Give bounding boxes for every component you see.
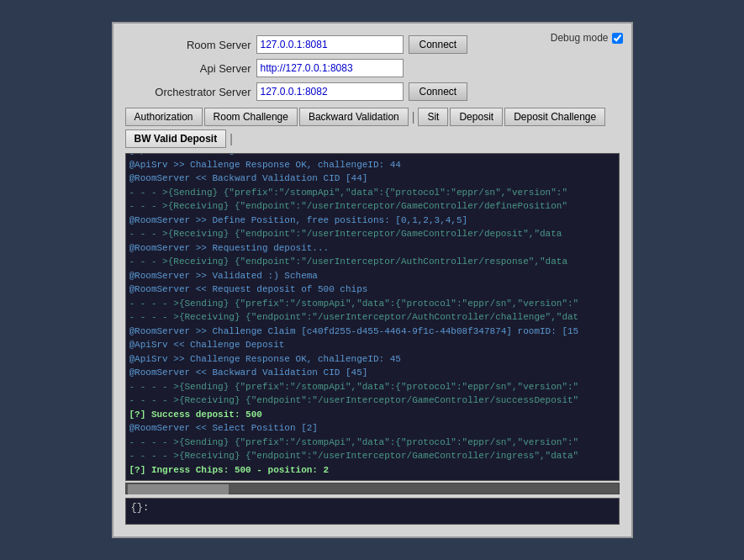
log-line: - - - - >{Sending} {"prefix":"/stompApi"… bbox=[129, 436, 615, 450]
log-line: @RoomServer << Request deposit of 500 ch… bbox=[129, 283, 615, 297]
log-line: @ApiSrv >> Challenge Response OK, challe… bbox=[129, 352, 615, 367]
api-server-input[interactable] bbox=[256, 59, 404, 77]
api-server-row: Api Server bbox=[125, 59, 620, 77]
room-server-row: Room Server Connect bbox=[125, 35, 620, 54]
log-line: - - - >{Receiving} {"endpoint":"/userInt… bbox=[129, 199, 615, 214]
log-line: - - - >{Sending} {"prefix":"/stompApi","… bbox=[129, 186, 615, 200]
debug-mode-row: Debug mode bbox=[551, 32, 623, 44]
orchestrator-input[interactable] bbox=[256, 82, 404, 101]
tab-deposit-challenge[interactable]: Deposit Challenge bbox=[504, 108, 605, 126]
log-line: @RoomServer >> Validated :) Schema bbox=[129, 269, 615, 283]
horizontal-scrollbar[interactable] bbox=[125, 483, 620, 494]
command-input[interactable]: {}: bbox=[125, 498, 620, 525]
horizontal-scrollbar-thumb[interactable] bbox=[128, 484, 229, 494]
log-line: - - - - >{Sending} {"prefix":"/stompApi"… bbox=[129, 297, 615, 311]
api-server-label: Api Server bbox=[125, 62, 251, 75]
tab-sit[interactable]: Sit bbox=[418, 108, 448, 126]
tab-room-challenge[interactable]: Room Challenge bbox=[204, 108, 298, 126]
orchestrator-label: Orchestrator Server bbox=[125, 86, 251, 98]
room-server-input[interactable] bbox=[256, 35, 404, 54]
log-line: - - - - >{Receiving} {"endpoint":"/userI… bbox=[129, 449, 615, 463]
tab-bw-valid-deposit[interactable]: BW Valid Deposit bbox=[125, 129, 227, 148]
room-server-connect-button[interactable]: Connect bbox=[409, 35, 468, 54]
log-line: @RoomServer >> Define Position, free pos… bbox=[129, 214, 615, 228]
log-line: @RoomServer >> Challenge Claim [c40fd255… bbox=[129, 325, 615, 339]
debug-mode-label: Debug mode bbox=[551, 32, 609, 44]
tab-row-2: BW Valid Deposit | bbox=[125, 129, 620, 148]
log-line: [?] Ingress Chips: 500 - position: 2 bbox=[129, 463, 615, 478]
log-line: - - - - >{Receiving} {"endpoint":"/userI… bbox=[129, 310, 615, 325]
tab-deposit[interactable]: Deposit bbox=[450, 108, 503, 126]
tab-row-1: Authorization Room Challenge Backward Va… bbox=[125, 108, 620, 126]
log-area[interactable]: - - - >{Receiving} {"endpoint":"/userInt… bbox=[125, 153, 620, 481]
log-line: - - - - >{Receiving} {"endpoint":"/userI… bbox=[129, 394, 615, 408]
orchestrator-connect-button[interactable]: Connect bbox=[409, 82, 468, 101]
log-line: @ApiSrv << Challenge Deposit bbox=[129, 338, 615, 352]
log-line: @RoomServer << Backward Validation CID [… bbox=[129, 366, 615, 380]
log-line: @RoomServer << Select Position [2] bbox=[129, 421, 615, 436]
tab-separator-2: | bbox=[228, 132, 235, 145]
tab-separator-1: | bbox=[410, 110, 417, 124]
orchestrator-row: Orchestrator Server Connect bbox=[125, 82, 620, 101]
log-line: - - - >{Receiving} {"endpoint":"/userInt… bbox=[129, 255, 615, 269]
log-line: - - - - >{Sending} {"prefix":"/stompApi"… bbox=[129, 380, 615, 394]
debug-mode-checkbox[interactable] bbox=[612, 33, 623, 44]
log-line: @RoomServer << Backward Validation CID [… bbox=[129, 172, 615, 186]
main-panel: Debug mode Room Server Connect Api Serve… bbox=[112, 22, 633, 538]
tab-authorization[interactable]: Authorization bbox=[125, 108, 203, 126]
log-line: - - - >{Receiving} {"endpoint":"/userInt… bbox=[129, 227, 615, 241]
log-line: @ApiSrv >> Challenge Response OK, challe… bbox=[129, 158, 615, 172]
log-line: @RoomServer >> Requesting deposit... bbox=[129, 241, 615, 256]
room-server-label: Room Server bbox=[125, 39, 251, 51]
tab-backward-validation[interactable]: Backward Validation bbox=[299, 108, 409, 126]
log-line: [?] Success deposit: 500 bbox=[129, 408, 615, 422]
